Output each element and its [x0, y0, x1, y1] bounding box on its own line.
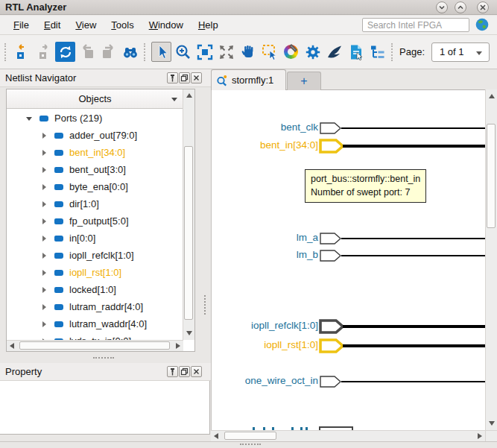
rubber-band-select-icon[interactable] [259, 42, 279, 62]
tree-item[interactable]: fp_output[5:0] [7, 212, 129, 230]
report-document-icon[interactable] [346, 42, 366, 62]
port-label[interactable]: iopll_rst[1:0] [214, 339, 318, 350]
horizontal-splitter[interactable] [93, 357, 114, 359]
wire[interactable] [341, 127, 486, 129]
panel-close-button[interactable] [191, 72, 202, 83]
tree-item[interactable]: byte_ena[0:0] [7, 178, 128, 195]
menu-help[interactable]: Help [191, 17, 226, 33]
tree-horizontal-scrollbar[interactable] [7, 340, 183, 351]
tree-item[interactable]: iopll_refclk[1:0] [7, 247, 134, 264]
pop-out-icon[interactable] [12, 42, 32, 62]
globe-icon[interactable] [475, 18, 489, 31]
toolbar-grip[interactable] [4, 43, 8, 61]
refresh-icon[interactable] [55, 42, 75, 62]
toolbar-grip[interactable] [144, 43, 148, 61]
menu-window[interactable]: Window [142, 17, 191, 33]
bus-wire[interactable] [343, 344, 486, 347]
input-bus-port-symbol[interactable] [319, 319, 344, 334]
maximize-button[interactable] [455, 1, 466, 13]
scrollbar-thumb[interactable] [487, 124, 496, 228]
collapsed-arrow-icon[interactable] [42, 133, 46, 139]
collapsed-arrow-icon[interactable] [42, 201, 46, 207]
canvas-horizontal-scrollbar[interactable] [211, 430, 485, 441]
bird-eye-view-icon[interactable] [324, 42, 344, 62]
scroll-right-icon[interactable] [176, 343, 180, 349]
collapsed-arrow-icon[interactable] [42, 150, 46, 156]
tree-item[interactable]: lutram_raddr[4:0] [7, 298, 143, 315]
scroll-up-icon[interactable] [489, 94, 495, 98]
tree-item[interactable]: in[0:0] [7, 230, 95, 247]
menu-view[interactable]: View [68, 17, 104, 33]
search-input[interactable] [362, 18, 469, 32]
scrollbar-thumb[interactable] [19, 341, 170, 350]
objects-column-header[interactable]: Objects [7, 89, 183, 109]
bottom-splitter-handle[interactable] [240, 444, 261, 445]
schematic-canvas[interactable]: bent_clk bent_in[34:0] port_bus::stormfl… [211, 89, 497, 430]
expand-arrows-icon[interactable] [216, 42, 236, 62]
float-button[interactable] [179, 72, 190, 83]
new-tab-button[interactable]: + [287, 72, 321, 90]
float-button[interactable] [179, 366, 190, 377]
tree-item[interactable]: dir[1:0] [7, 195, 99, 212]
bus-wire[interactable] [343, 145, 486, 148]
wire[interactable] [341, 381, 486, 382]
menu-file[interactable]: File [6, 17, 37, 33]
collapsed-arrow-icon[interactable] [42, 253, 46, 259]
scroll-down-icon[interactable] [489, 421, 495, 426]
collapsed-arrow-icon[interactable] [42, 236, 46, 242]
bus-wire[interactable] [343, 325, 486, 328]
settings-gear-icon[interactable] [303, 42, 323, 62]
vertical-splitter[interactable] [204, 295, 206, 315]
wire[interactable] [341, 255, 486, 256]
scroll-up-icon[interactable] [186, 93, 192, 98]
toolbar-grip[interactable] [391, 43, 395, 61]
scrollbar-thumb[interactable] [224, 432, 276, 440]
pop-in-icon[interactable] [34, 42, 54, 62]
port-label[interactable]: iopll_refclk[1:0] [214, 320, 318, 331]
menu-edit[interactable]: Edit [37, 17, 68, 33]
page-select[interactable]: 1 of 1 [431, 42, 490, 62]
port-label[interactable]: bent_clk [214, 122, 318, 133]
collapsed-arrow-icon[interactable] [42, 321, 46, 327]
port-label[interactable]: lm_b [214, 249, 318, 260]
zoom-in-icon[interactable] [173, 42, 193, 62]
pin-button[interactable] [167, 366, 178, 377]
pin-button[interactable] [167, 72, 178, 83]
collapsed-arrow-icon[interactable] [42, 167, 46, 173]
collapsed-arrow-icon[interactable] [42, 287, 46, 293]
menu-tools[interactable]: Tools [104, 17, 141, 33]
tab-stormfly[interactable]: stormfly:1 [211, 69, 286, 90]
hierarchy-list-icon[interactable] [367, 42, 387, 62]
port-label[interactable]: one_wire_oct_in [214, 375, 318, 386]
port-label[interactable]: lm_a [214, 232, 318, 243]
tree-item[interactable]: iopll_rst[1:0] [7, 264, 121, 281]
input-port-symbol-highlighted[interactable] [319, 338, 344, 353]
scroll-left-icon[interactable] [214, 433, 218, 439]
tree-item[interactable]: adder_out[79:0] [7, 127, 137, 144]
forward-icon[interactable] [98, 42, 118, 62]
collapsed-arrow-icon[interactable] [42, 304, 46, 310]
input-port-symbol[interactable] [320, 233, 342, 244]
minimize-button[interactable] [436, 1, 448, 13]
pan-hand-icon[interactable] [238, 42, 258, 62]
input-port-symbol[interactable] [320, 376, 342, 388]
scroll-down-icon[interactable] [186, 331, 192, 335]
panel-close-button[interactable] [191, 366, 202, 377]
close-button[interactable] [477, 1, 489, 13]
zoom-fit-icon[interactable] [194, 42, 215, 62]
collapsed-arrow-icon[interactable] [42, 270, 46, 276]
port-label[interactable]: bent_in[34:0] [214, 139, 318, 151]
canvas-vertical-scrollbar[interactable] [485, 89, 497, 430]
input-port-symbol[interactable] [320, 122, 342, 134]
tree-item[interactable]: bent_out[3:0] [7, 161, 126, 178]
collapsed-arrow-icon[interactable] [42, 218, 46, 224]
select-cursor-icon[interactable] [151, 42, 171, 62]
tree-item[interactable]: locked[1:0] [7, 281, 116, 298]
find-binoculars-icon[interactable] [120, 42, 140, 62]
scrollbar-thumb[interactable] [184, 146, 193, 320]
input-port-symbol[interactable] [320, 250, 342, 262]
input-port-symbol-highlighted[interactable] [319, 139, 344, 154]
wire[interactable] [341, 238, 486, 239]
highlight-color-icon[interactable] [281, 42, 301, 62]
scroll-right-icon[interactable] [478, 433, 482, 439]
